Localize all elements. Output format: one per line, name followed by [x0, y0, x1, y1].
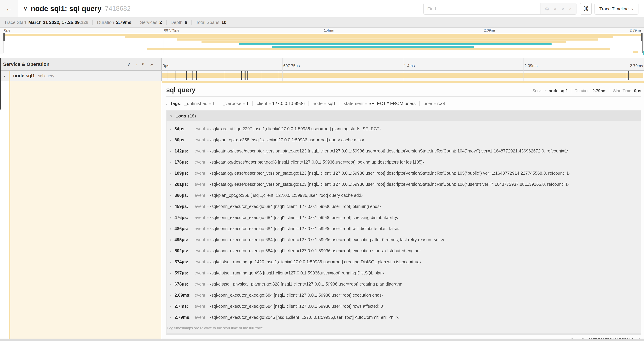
- window-bottom-edge: [0, 338, 644, 341]
- log-field-key: event: [194, 149, 205, 154]
- span-name-row[interactable]: ∨ node sql1 sql query: [0, 71, 162, 81]
- locate-icon[interactable]: ◎: [545, 6, 549, 11]
- scroll-indicator[interactable]: [0, 58, 1, 110]
- log-marker-tick: [225, 71, 225, 80]
- minimap-canvas[interactable]: [3, 33, 642, 53]
- collapse-one-icon[interactable]: ›: [136, 61, 137, 67]
- log-entry[interactable]: ›142μs:event=‹sql/catalog/lease/descript…: [170, 146, 638, 157]
- trace-collapse-icon[interactable]: ∨: [24, 6, 27, 12]
- view-dropdown[interactable]: Trace Timeline ∨: [594, 3, 638, 15]
- span-meta-label: Service:: [532, 89, 547, 93]
- tag-item[interactable]: statement=SELECT * FROM users: [340, 101, 416, 106]
- next-result-icon[interactable]: ∨: [561, 6, 564, 11]
- summary-item: Trace StartMarch 31 2022, 17:25:09.326: [4, 20, 88, 25]
- view-dropdown-label: Trace Timeline: [599, 6, 629, 11]
- axis-tick-label: 1.4ms: [324, 28, 334, 32]
- log-timestamp: 2.7ms:: [174, 304, 193, 309]
- service-operation-header: Service & Operation ∨›»»: [0, 58, 162, 71]
- find-input[interactable]: [424, 3, 540, 14]
- chevron-down-icon: ∨: [631, 7, 634, 11]
- log-entry[interactable]: ›495μs:event=‹sql/conn_executor_exec.go:…: [170, 234, 638, 245]
- log-field-value: ‹sql/conn_executor_exec.go:2046 [nsql1,c…: [210, 315, 400, 320]
- log-entry[interactable]: ›34μs:event=‹sql/exec_util.go:2297 [nsql…: [170, 123, 638, 134]
- log-equals: =: [206, 171, 208, 175]
- log-field-value: ‹sql/exec_util.go:2297 [nsql1,client=127…: [210, 127, 381, 131]
- span-meta-label: Duration:: [574, 89, 591, 93]
- span-detail-title: sql query: [166, 86, 532, 94]
- collapse-all-icon[interactable]: »: [150, 61, 153, 67]
- chevron-right-icon: ›: [170, 226, 171, 231]
- tag-item[interactable]: node=sql1: [308, 101, 336, 106]
- log-entry[interactable]: ›574μs:event=‹sql/distsql_running.go:142…: [170, 256, 638, 267]
- log-field-key: event: [194, 248, 205, 253]
- back-button[interactable]: ←: [0, 0, 18, 17]
- tag-key: user: [424, 101, 432, 106]
- log-entry[interactable]: ›2.79ms:event=‹sql/conn_executor_exec.go…: [170, 312, 638, 323]
- minimap-right-scrub-handle[interactable]: [641, 33, 642, 41]
- clear-search-icon[interactable]: ×: [569, 6, 572, 11]
- span-collapse-icon[interactable]: ∨: [0, 74, 9, 78]
- trace-summary-bar: Trace StartMarch 31 2022, 17:25:09.326Du…: [0, 17, 644, 28]
- expand-one-icon[interactable]: ∨: [127, 61, 130, 67]
- log-entry[interactable]: ›459μs:event=‹sql/conn_executor_exec.go:…: [170, 201, 638, 212]
- tag-item[interactable]: _verbose=1: [219, 101, 249, 106]
- tags-row[interactable]: › Tags: _unfinished=1_verbose=1client=12…: [166, 101, 641, 106]
- log-entry[interactable]: ›201μs:event=‹sql/catalog/lease/descript…: [170, 179, 638, 190]
- log-field-value: ‹sql/conn_executor_exec.go:684 [nsql1,cl…: [210, 237, 444, 242]
- log-entry[interactable]: ›80μs:event=‹sql/plan_opt.go:358 [nsql1,…: [170, 134, 638, 146]
- log-equals: =: [206, 238, 208, 242]
- column-resize-grip[interactable]: [158, 62, 160, 67]
- log-entry[interactable]: ›597μs:event=‹sql/distsql_running.go:498…: [170, 267, 638, 279]
- log-timestamp: 34μs:: [174, 127, 193, 131]
- tag-value: root: [437, 101, 445, 106]
- log-field-value: ‹sql/catalog/lease/descriptor_version_st…: [210, 171, 570, 176]
- tag-item[interactable]: user=root: [420, 101, 445, 106]
- log-entry[interactable]: ›366μs:event=‹sql/plan_opt.go:358 [nsql1…: [170, 190, 638, 201]
- chevron-right-icon: ›: [170, 127, 171, 131]
- log-field-value: ‹sql/distsql_physical_planner.go:828 [ns…: [210, 282, 402, 287]
- log-timestamp: 2.69ms:: [174, 293, 193, 298]
- log-entry[interactable]: ›176μs:event=‹sql/catalog/descs/descript…: [170, 157, 638, 168]
- minimap-left-scrub-handle[interactable]: [4, 33, 5, 41]
- log-timestamp: 476μs:: [174, 215, 193, 220]
- minimap-span-bar: [202, 41, 566, 43]
- expand-all-icon[interactable]: »: [141, 63, 147, 66]
- axis-tick-label: 697.75μs: [284, 64, 300, 68]
- log-field-value: ‹sql/conn_executor_exec.go:684 [nsql1,cl…: [210, 215, 398, 220]
- minimap-span-bar: [272, 46, 474, 48]
- log-marker-tick: [644, 71, 644, 80]
- log-field-key: event: [194, 138, 205, 142]
- log-entry[interactable]: ›502μs:event=‹sql/conn_executor_exec.go:…: [170, 245, 638, 256]
- log-entry[interactable]: ›486μs:event=‹sql/conn_executor_exec.go:…: [170, 223, 638, 234]
- log-entry[interactable]: ›2.69ms:event=‹sql/conn_executor_exec.go…: [170, 290, 638, 301]
- axis-tick-label: 2.79ms: [630, 64, 643, 68]
- keyboard-shortcuts-button[interactable]: ⌘: [580, 3, 592, 15]
- chevron-right-icon: ›: [170, 149, 171, 154]
- log-marker-tick: [265, 71, 265, 80]
- log-timestamp: 495μs:: [174, 237, 193, 242]
- summary-label: Depth: [170, 20, 182, 25]
- log-marker-tick: [628, 71, 629, 80]
- log-field-key: event: [194, 315, 205, 320]
- logs-header[interactable]: ∨ Logs (18): [166, 111, 641, 121]
- log-entry[interactable]: ›2.7ms:event=‹sql/conn_executor_exec.go:…: [170, 301, 638, 312]
- log-equals: =: [206, 216, 208, 220]
- span-operation-name: sql query: [38, 74, 54, 78]
- tag-item[interactable]: client=127.0.0.1:59936: [252, 101, 305, 106]
- log-entry[interactable]: ›678μs:event=‹sql/distsql_physical_plann…: [170, 279, 638, 290]
- axis-tick-label: 2.09ms: [524, 64, 538, 68]
- log-entry[interactable]: ›189μs:event=‹sql/catalog/lease/descript…: [170, 168, 638, 179]
- log-entry[interactable]: ›476μs:event=‹sql/conn_executor_exec.go:…: [170, 212, 638, 223]
- tag-item[interactable]: _unfinished=1: [184, 101, 215, 106]
- command-icon: ⌘: [583, 5, 589, 12]
- span-meta-value: node sql1: [548, 88, 568, 93]
- summary-item: Depth6: [166, 20, 187, 25]
- span-meta-value: 0μs: [634, 88, 641, 93]
- log-field-key: event: [194, 237, 205, 242]
- span-duration-bar[interactable]: [162, 73, 643, 78]
- span-meta: Service:node sql1Duration:2.79msStart Ti…: [532, 88, 642, 94]
- chevron-right-icon: ›: [170, 248, 171, 253]
- prev-result-icon[interactable]: ∧: [554, 6, 557, 11]
- summary-label: Services: [140, 20, 157, 25]
- tag-equals: =: [269, 101, 271, 106]
